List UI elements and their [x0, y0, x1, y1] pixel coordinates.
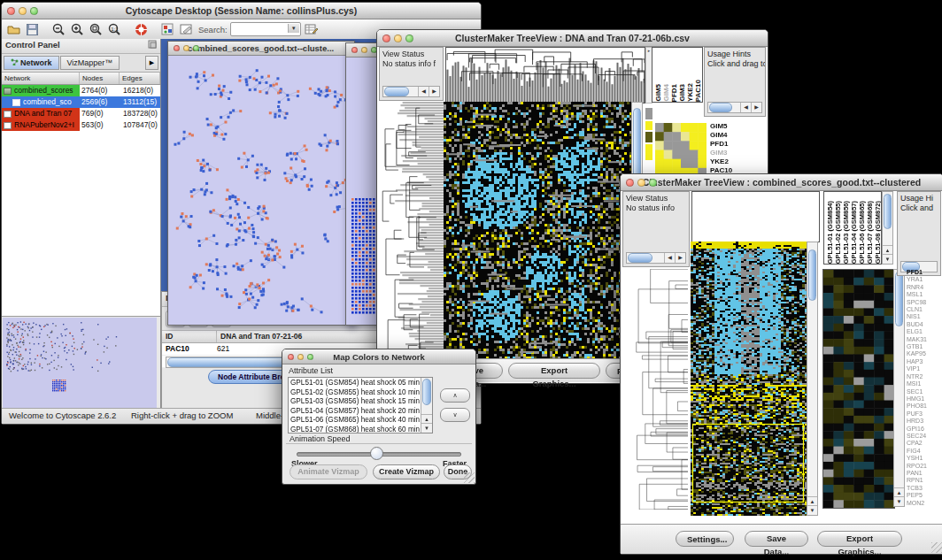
attribute-item[interactable]: GPL51-01 (GSM854) heat shock 05 min	[290, 379, 421, 388]
network-name-cell[interactable]: DNA and Tran 07	[2, 108, 80, 119]
tv2-gene-label[interactable]: CLN1	[907, 306, 942, 313]
open-file-icon[interactable]	[5, 21, 21, 37]
tv1-gene-label[interactable]: GIM4	[710, 131, 732, 140]
tv2-zoom-heatmap[interactable]	[822, 269, 895, 509]
zoom-icon[interactable]	[193, 45, 199, 51]
tv1-column-label[interactable]: GIM5	[654, 84, 662, 102]
tv2-gene-label[interactable]: YSH1	[907, 455, 942, 462]
tv2-gene-label[interactable]: PUF3	[907, 410, 942, 418]
network-name-cell[interactable]: RNAPuberNov2+I	[2, 119, 80, 131]
tv1-column-label[interactable]: GIM3	[678, 84, 686, 102]
scroll-left-icon[interactable]: ◀	[418, 87, 429, 96]
tv1-column-label[interactable]: YKE2	[686, 83, 694, 102]
close-icon[interactable]	[174, 45, 180, 51]
scroll-down-icon[interactable]: ▼	[421, 423, 432, 433]
tv2-gene-label[interactable]: PHO81	[907, 403, 942, 410]
attribute-item[interactable]: GPL51-04 (GSM857) heat shock 20 min	[290, 407, 421, 417]
tv2-heatmap[interactable]	[691, 242, 807, 516]
tv2-column-label[interactable]: GPL51-07 (GSM868)	[866, 201, 874, 264]
tv2-column-label[interactable]: GPL51-02 (GSM855)	[834, 201, 842, 264]
tab-vizmapper[interactable]: VizMapper™	[60, 56, 120, 70]
tab-overflow-arrow[interactable]: ▶	[145, 56, 158, 70]
tv2-zoom-vscrollbar[interactable]: ▲ ▼	[893, 269, 905, 507]
scroll-down-icon[interactable]: ▼	[883, 254, 892, 264]
minimize-icon[interactable]	[394, 35, 402, 42]
tv2-gene-label[interactable]: BUD4	[907, 321, 942, 328]
tv2-gene-label[interactable]: PEP5	[907, 492, 942, 499]
scroll-down-icon[interactable]: ▼	[894, 496, 904, 506]
move-up-button[interactable]: ∧	[440, 388, 470, 403]
tv1-hints-hscrollbar[interactable]: ◀ ▶	[707, 102, 762, 113]
tv2-gene-label[interactable]: SPC98	[907, 299, 942, 306]
network-view-frame[interactable]: combined_scores_good.txt--cluste...	[167, 41, 355, 326]
tv1-column-label[interactable]: PAC10	[694, 80, 702, 102]
minimize-icon[interactable]	[19, 7, 27, 15]
tv2-column-labels[interactable]: GPL51-01 (GSM854)GPL51-02 (GSM855)GPL51-…	[823, 191, 882, 265]
table-edit-icon[interactable]	[304, 21, 320, 37]
tv1-gene-label[interactable]: GIM5	[710, 122, 732, 131]
tv2-gene-label[interactable]: SEC1	[907, 388, 942, 395]
tv2-gene-label[interactable]: VIP1	[907, 365, 942, 372]
animate-vizmap-button[interactable]: Animate Vizmap	[290, 464, 367, 479]
network-table-row[interactable]: combined_scores 2764(0) 16218(0)	[2, 85, 160, 96]
tv2-gene-label[interactable]: GPI16	[907, 426, 942, 433]
attribute-item[interactable]: GPL51-02 (GSM855) heat shock 10 min	[290, 388, 421, 398]
help-lifering-icon[interactable]	[133, 21, 149, 37]
speed-slider-thumb[interactable]	[370, 447, 383, 460]
vscroll-thumb[interactable]	[808, 249, 816, 301]
attribute-listbox[interactable]: GPL51-01 (GSM854) heat shock 05 minGPL51…	[288, 377, 433, 433]
tv2-gene-label[interactable]: PFD1	[907, 269, 942, 276]
minimize-icon[interactable]	[637, 179, 645, 187]
float-panel-icon[interactable]	[148, 40, 157, 53]
tv1-gene-label[interactable]: PFD1	[710, 140, 732, 149]
tv2-column-label[interactable]: GPL51-03 (GSM856)	[842, 201, 850, 264]
scroll-down-icon[interactable]: ▼	[807, 505, 817, 515]
tv2-gene-label[interactable]: RNR4	[907, 284, 942, 291]
dialog-titlebar[interactable]: Map Colors to Network	[282, 349, 475, 364]
tv2-action-button[interactable]: Save Data...	[745, 531, 808, 547]
tv2-gene-label[interactable]: RPO21	[907, 463, 942, 470]
scroll-right-icon[interactable]: ▶	[675, 253, 685, 263]
close-icon[interactable]	[7, 7, 15, 15]
close-icon[interactable]	[382, 35, 390, 42]
tv2-gene-label[interactable]: MAK31	[907, 336, 942, 343]
vscroll-thumb[interactable]	[884, 194, 892, 229]
tv2-column-label[interactable]: GPL51-01 (GSM854)	[826, 201, 834, 264]
tv2-column-label[interactable]: GPL51-06 (GSM865)	[858, 201, 866, 264]
tv2-gene-label[interactable]: SEC24	[907, 433, 942, 440]
zoom-in-icon[interactable]	[69, 21, 85, 37]
tv2-gene-label[interactable]: MON2	[907, 500, 942, 507]
tv1-heatmap[interactable]	[444, 102, 631, 358]
network-frame-titlebar[interactable]: combined_scores_good.txt--cluste...	[168, 42, 354, 56]
main-titlebar[interactable]: Cytoscape Desktop (Session Name: collins…	[2, 3, 481, 19]
tv1-gene-label[interactable]: GIM3	[710, 149, 732, 157]
tv2-gene-label[interactable]: PAN1	[907, 470, 942, 477]
zoom-icon[interactable]	[307, 354, 313, 360]
chevron-down-icon[interactable]: ▼	[288, 24, 299, 33]
attribute-item[interactable]: GPL51-03 (GSM856) heat shock 15 min	[290, 397, 421, 407]
zoom-icon[interactable]	[405, 35, 413, 42]
data-col-id[interactable]: ID	[162, 331, 217, 342]
zoom-fit-icon[interactable]: 1:1	[106, 21, 122, 37]
tv1-column-dendrogram[interactable]	[445, 47, 645, 104]
tv2-column-label[interactable]: GPL51-08 (GSM872)	[874, 201, 882, 264]
zoom-icon[interactable]	[649, 179, 657, 187]
annotation-icon[interactable]	[178, 21, 194, 37]
tv1-gene-labels[interactable]: GIM5GIM4PFD1GIM3YKE2PAC10	[710, 122, 732, 175]
vscroll-thumb[interactable]	[422, 379, 431, 405]
close-icon[interactable]	[288, 354, 294, 360]
resize-grip[interactable]	[931, 542, 942, 553]
network-name-cell[interactable]: combined_scores	[2, 85, 80, 96]
tv2-gene-label[interactable]: HAP3	[907, 358, 942, 365]
tv2-row-dendrogram[interactable]	[622, 269, 688, 510]
tv2-gene-label[interactable]: NTR2	[907, 373, 942, 380]
treeview2-titlebar[interactable]: ClusterMaker TreeView : combined_scores_…	[621, 174, 942, 191]
minimize-icon[interactable]	[361, 47, 367, 53]
birdseye-view-panel[interactable]	[2, 316, 160, 409]
scroll-left-icon[interactable]: ◀	[740, 103, 751, 112]
scroll-left-icon[interactable]: ◀	[664, 253, 675, 263]
tv2-heatmap-vscrollbar[interactable]: ▲ ▼	[807, 242, 818, 516]
tv2-action-button[interactable]: Settings...	[676, 531, 734, 547]
tv2-column-label[interactable]: GPL51-04 (GSM857)	[850, 201, 858, 264]
tv2-gene-label[interactable]: HMG1	[907, 395, 942, 403]
